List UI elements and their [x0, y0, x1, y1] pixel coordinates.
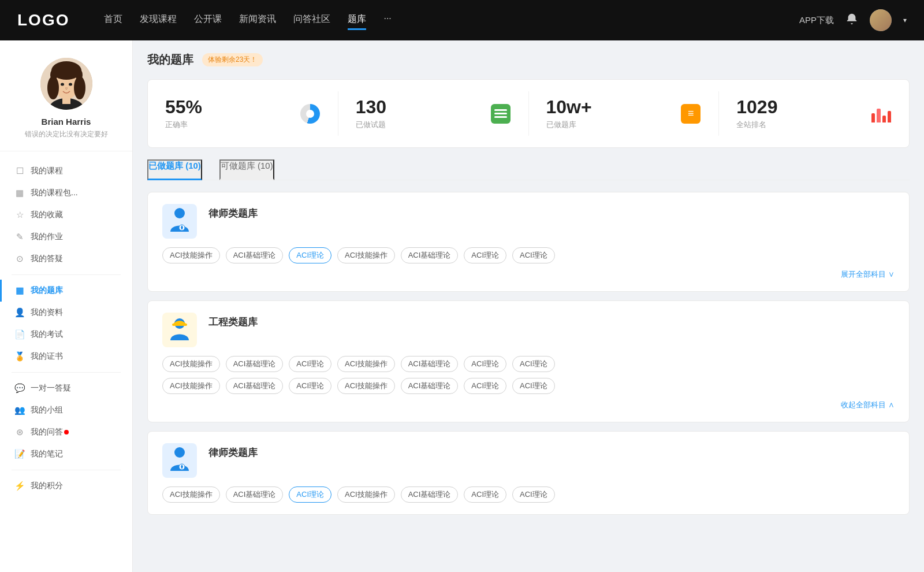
sidebar-item-my-qa[interactable]: ⊛ 我的问答 [0, 421, 132, 443]
sidebar-item-label: 我的小组 [31, 405, 63, 415]
sidebar-item-points[interactable]: ⚡ 我的积分 [0, 475, 132, 497]
engineer-icon-svg [167, 316, 192, 344]
svg-rect-7 [62, 97, 70, 104]
sidebar-item-homework[interactable]: ✎ 我的作业 [0, 226, 132, 248]
sidebar-item-qa[interactable]: ⊙ 我的答疑 [0, 248, 132, 270]
sidebar-item-group[interactable]: 👥 我的小组 [0, 399, 132, 421]
navbar: LOGO 首页 发现课程 公开课 新闻资讯 问答社区 题库 ··· APP下载 … [0, 0, 924, 40]
sidebar-item-certificate[interactable]: 🏅 我的证书 [0, 346, 132, 367]
sidebar-item-label: 我的题库 [31, 285, 63, 296]
tab-available[interactable]: 可做题库 (10) [219, 159, 274, 180]
qbank-tag[interactable]: ACI理论 [464, 247, 506, 263]
pie-chart-icon [300, 104, 320, 124]
stat-accuracy-number: 55% [165, 97, 291, 117]
sidebar-divider-2 [12, 372, 121, 373]
qbank-tag[interactable]: ACI基础理论 [226, 486, 284, 503]
qbank-tag[interactable]: ACI理论 [289, 356, 331, 372]
sidebar-item-profile-data[interactable]: 👤 我的资料 [0, 302, 132, 324]
profile-name: Brian Harris [42, 117, 91, 127]
edit-icon: ✎ [14, 232, 25, 242]
qa-icon: ⊛ [14, 427, 25, 437]
stat-accuracy-label: 正确率 [165, 120, 291, 130]
nav-question-bank[interactable]: 题库 [348, 10, 366, 30]
nav-home[interactable]: 首页 [104, 10, 122, 30]
app-download-btn[interactable]: APP下载 [799, 15, 834, 26]
qbank-tag[interactable]: ACI基础理论 [401, 356, 459, 372]
svg-point-10 [174, 208, 185, 218]
trial-badge: 体验剩余23天！ [202, 53, 263, 66]
nav-discover[interactable]: 发现课程 [140, 10, 177, 30]
qbank-tag[interactable]: ACI技能操作 [162, 247, 220, 263]
sidebar-item-favorites[interactable]: ☆ 我的收藏 [0, 204, 132, 226]
qbank-tag[interactable]: ACI基础理论 [401, 486, 459, 503]
nav-news[interactable]: 新闻资讯 [239, 10, 276, 30]
tab-done[interactable]: 已做题库 (10) [147, 159, 202, 180]
qbank-tag[interactable]: ACI基础理论 [401, 247, 459, 263]
sidebar-item-label: 我的笔记 [31, 449, 63, 459]
qbank-tag[interactable]: ACI基础理论 [226, 247, 284, 263]
qbank-tag[interactable]: ACI技能操作 [162, 378, 220, 394]
sidebar-item-course-pack[interactable]: ▦ 我的课程包... [0, 182, 132, 204]
svg-point-9 [69, 83, 72, 86]
qbank-tag[interactable]: ACI技能操作 [337, 378, 395, 394]
nav-more[interactable]: ··· [383, 10, 391, 30]
qbank-tag[interactable]: ACI理论 [512, 356, 555, 372]
done-questions-icon [490, 103, 511, 124]
qbank-expand-0[interactable]: 展开全部科目 ∨ [162, 269, 895, 280]
qbank-tag[interactable]: ACI理论 [512, 486, 555, 503]
qbank-tag-active[interactable]: ACI理论 [289, 247, 331, 263]
qbank-tag[interactable]: ACI技能操作 [162, 356, 220, 372]
sidebar-divider-3 [12, 470, 121, 470]
stat-ranking: 1029 全站排名 [719, 91, 909, 136]
qbank-tag[interactable]: ACI理论 [289, 378, 331, 394]
qbank-tag[interactable]: ACI技能操作 [337, 486, 395, 503]
qbank-tag[interactable]: ACI理论 [464, 378, 506, 394]
file-icon: ☐ [14, 166, 25, 176]
bank-icon: ≡ [681, 104, 701, 124]
tabs-row: 已做题库 (10) 可做题库 (10) [147, 159, 910, 180]
qbank-icon-lawyer-2 [162, 443, 197, 478]
stat-done-banks: 10w+ 已做题库 ≡ [529, 91, 720, 136]
qbank-tag[interactable]: ACI基础理论 [226, 378, 284, 394]
lawyer-icon-svg [167, 207, 192, 235]
qbank-title-1: 工程类题库 [208, 315, 258, 329]
notification-bell[interactable] [845, 13, 858, 28]
stat-done-questions-label: 已做试题 [356, 120, 482, 130]
user-menu-chevron[interactable]: ▾ [903, 16, 907, 24]
accuracy-icon [300, 103, 321, 124]
sidebar-profile: Brian Harris 错误的决定比没有决定要好 [0, 58, 132, 151]
qbank-tag[interactable]: ACI理论 [464, 486, 506, 503]
nav-open-course[interactable]: 公开课 [194, 10, 222, 30]
qbank-tag[interactable]: ACI技能操作 [162, 486, 220, 503]
sidebar-menu: ☐ 我的课程 ▦ 我的课程包... ☆ 我的收藏 ✎ 我的作业 ⊙ 我的答疑 [0, 157, 132, 500]
qbank-tag[interactable]: ACI基础理论 [226, 356, 284, 372]
user-avatar-nav[interactable] [870, 9, 892, 31]
avatar-image [40, 58, 92, 110]
qbank-tag[interactable]: ACI技能操作 [337, 247, 395, 263]
bar-chart-icon [871, 104, 891, 124]
qbank-tag-active[interactable]: ACI理论 [289, 486, 331, 503]
nav-qa[interactable]: 问答社区 [293, 10, 330, 30]
qbank-tag[interactable]: ACI理论 [512, 378, 555, 394]
stat-ranking-number: 1029 [736, 97, 862, 117]
sidebar-item-question-bank[interactable]: ▦ 我的题库 [0, 280, 132, 302]
sidebar-item-my-course[interactable]: ☐ 我的课程 [0, 160, 132, 182]
qbank-tag[interactable]: ACI理论 [464, 356, 506, 372]
sidebar-item-label: 我的积分 [31, 481, 63, 491]
group-icon: 👥 [14, 405, 25, 415]
note-icon: 📝 [14, 449, 25, 459]
qbank-tag[interactable]: ACI基础理论 [401, 378, 459, 394]
sidebar-item-one-on-one[interactable]: 💬 一对一答疑 [0, 377, 132, 399]
avatar [40, 58, 92, 110]
sidebar-item-label: 我的考试 [31, 329, 63, 340]
sidebar-item-label: 我的证书 [31, 351, 63, 362]
sidebar-item-exam[interactable]: 📄 我的考试 [0, 324, 132, 346]
page-container: Brian Harris 错误的决定比没有决定要好 ☐ 我的课程 ▦ 我的课程包… [0, 40, 924, 572]
qbank-tag[interactable]: ACI理论 [512, 247, 555, 263]
qbank-tag[interactable]: ACI技能操作 [337, 356, 395, 372]
sidebar-item-label: 我的课程包... [31, 188, 78, 198]
qbank-collapse-1[interactable]: 收起全部科目 ∧ [162, 400, 895, 410]
doc-icon: 📄 [14, 329, 25, 340]
logo: LOGO [17, 11, 69, 29]
sidebar-item-notes[interactable]: 📝 我的笔记 [0, 443, 132, 465]
